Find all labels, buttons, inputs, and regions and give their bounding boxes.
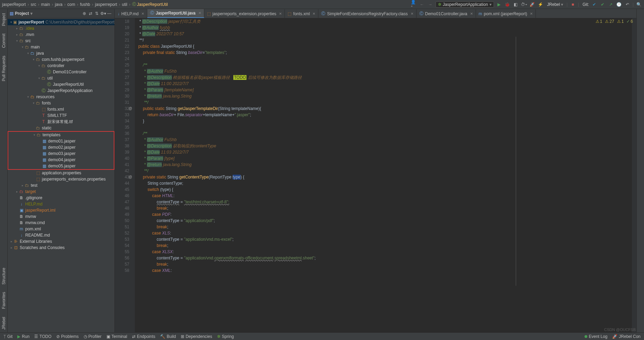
bc-item-class[interactable]: JasperReportUtil [137, 2, 168, 7]
close-icon[interactable]: ✕ [470, 12, 473, 16]
git-rollback-icon[interactable]: ↶ [624, 1, 631, 8]
close-icon[interactable]: ✕ [312, 12, 315, 16]
tree-folder-main[interactable]: ▾🗀main [8, 44, 114, 50]
tree-class-jru[interactable]: ⒸJasperReportUtil [8, 81, 114, 88]
run-config-selector[interactable]: ✲ JasperReportApplication ▾ [436, 1, 494, 8]
tree-folder-static[interactable]: 🗀static [8, 125, 114, 131]
tree-file-gitignore[interactable]: 🗎.gitignore [8, 195, 114, 201]
tree-file-simli[interactable]: TSIMLI.TTF [8, 112, 114, 119]
tree-file-fontsxml[interactable]: ⬚fonts.xml [8, 106, 114, 112]
tree-package[interactable]: ▾🗀com.fushb.jasperreport [8, 56, 114, 63]
tree-folder-idea[interactable]: ▸🗀.idea [8, 25, 114, 31]
tree-file-mvnw[interactable]: 🗎mvnw [8, 213, 114, 220]
editor-tab[interactable]: ↓HELP.md✕ [115, 9, 147, 18]
back-icon[interactable]: ← [419, 1, 425, 8]
toolwin-project[interactable]: Project [1, 10, 6, 29]
editor-tab[interactable]: mpom.xml (jasperReport)✕ [476, 9, 536, 18]
error-stripe[interactable] [632, 18, 636, 332]
bc-item[interactable]: main [41, 2, 50, 7]
editor-tab[interactable]: ⬚jasperreports_extension.properties✕ [204, 9, 285, 18]
git-commit-icon[interactable]: ✔ [599, 1, 606, 8]
stop-icon[interactable]: ■ [570, 1, 576, 8]
project-tree[interactable]: ▾▣jasperReportC:\Users\fushb\D\github\ja… [8, 18, 114, 332]
status-problems[interactable]: ⊘Problems [56, 334, 79, 339]
status-eventlog[interactable]: Event Log [585, 334, 607, 339]
close-icon[interactable]: ✕ [198, 11, 201, 15]
user-add-icon[interactable]: 👤⁺ [411, 1, 417, 8]
git-update-icon[interactable]: ✔ [591, 1, 597, 8]
close-icon[interactable]: ✕ [411, 12, 413, 16]
status-dependencies[interactable]: ⊞Dependencies [181, 334, 212, 339]
jr-rocket-icon[interactable]: 🚀 [529, 1, 535, 8]
search-icon[interactable]: 🔍 [636, 1, 642, 8]
close-icon[interactable]: ✕ [279, 12, 282, 16]
tree-file-help[interactable]: ↓HELP.md [8, 201, 114, 207]
tree-folder-resources[interactable]: ▾🗀resources [8, 94, 114, 100]
tree-file-iml[interactable]: ▣jasperReport.iml [8, 207, 114, 213]
tree-file-xst[interactable]: T新宋体常规.ttf [8, 119, 114, 125]
toolwin-structure[interactable]: Structure [1, 265, 6, 287]
status-build[interactable]: 🔨Build [160, 334, 176, 339]
profiler-icon[interactable]: ⏱▾ [521, 1, 527, 8]
tree-root[interactable]: ▾▣jasperReportC:\Users\fushb\D\github\ja… [8, 19, 114, 25]
tree-file-readme[interactable]: ↓README.md [8, 232, 114, 238]
toolwin-favorites[interactable]: Favorites [1, 289, 6, 312]
status-run[interactable]: ▶Run [17, 334, 29, 339]
close-icon[interactable]: ✕ [141, 12, 144, 16]
tree-file-pom[interactable]: mpom.xml [8, 226, 114, 232]
editor-tab[interactable]: ⒸSimpleFontExtensionsRegistryFactory.cla… [318, 9, 416, 18]
editor-tab[interactable]: ⒸJasperReportUtil.java✕ [147, 9, 204, 18]
tree-file-jasper[interactable]: ▦demo02.jasper [8, 144, 114, 150]
editor-tab[interactable]: ⒸDemo01Controller.java✕ [417, 9, 476, 18]
expand-icon[interactable]: ⇄ [87, 10, 94, 17]
tree-folder-util[interactable]: ▾🗀util [8, 75, 114, 81]
jrebel-dropdown[interactable]: JRebel▾ [546, 2, 564, 7]
tree-folder-fonts[interactable]: ▾🗀fonts [8, 100, 114, 106]
bc-item[interactable]: jasperReport [2, 2, 26, 7]
toolwin-commit[interactable]: Commit [1, 31, 6, 50]
tree-external-libs[interactable]: ▸⊪External Libraries [8, 238, 114, 245]
code-area[interactable]: * @Description jasper打印工具类 * @Author fus… [135, 18, 632, 332]
tree-folder-java[interactable]: ▾🗀java [8, 50, 114, 56]
collapse-icon[interactable]: ⇅ [94, 10, 100, 17]
run-icon[interactable]: ▶ [496, 1, 502, 8]
coverage-icon[interactable]: ◧ [513, 1, 519, 8]
tree-folder-test[interactable]: ▸🗀test [8, 182, 114, 189]
status-todo[interactable]: ☰TODO [34, 334, 51, 339]
bc-item[interactable]: src [31, 2, 36, 7]
close-icon[interactable]: ✕ [530, 12, 533, 16]
tree-file-jasper[interactable]: ▦demo03.jasper [8, 150, 114, 157]
jr-bolt-icon[interactable]: ⚡ [538, 1, 544, 8]
editor-tab[interactable]: ⬚fonts.xml✕ [285, 9, 318, 18]
bc-item[interactable]: java [55, 2, 63, 7]
inspection-summary[interactable]: ⚠1 ⚠27 ⚠1 ✓6 [596, 19, 633, 24]
bc-item[interactable]: util [122, 2, 127, 7]
bc-item[interactable]: jasperreport [95, 2, 117, 7]
chevron-down-icon[interactable]: ▾ [30, 11, 32, 16]
status-git[interactable]: ᛘGit [3, 334, 12, 339]
tree-folder-templates[interactable]: ▾🗀templates [8, 132, 114, 138]
tree-scratches[interactable]: ▸⊡Scratches and Consoles [8, 245, 114, 251]
tree-file-jasper[interactable]: ▦demo04.jasper [8, 157, 114, 163]
forward-icon[interactable]: → [427, 1, 433, 8]
toolwin-pull-requests[interactable]: Pull Requests [1, 53, 6, 84]
git-history-icon[interactable]: 🕐 [616, 1, 622, 8]
hide-icon[interactable]: — [106, 10, 112, 17]
status-endpoints[interactable]: ⇄Endpoints [132, 334, 155, 339]
bc-item[interactable]: com [67, 2, 75, 7]
status-spring[interactable]: ✲Spring [217, 334, 234, 339]
tree-file-appprops[interactable]: ⬚application.properties [8, 170, 114, 176]
tree-class-demo01[interactable]: ⒸDemo01Controller [8, 69, 114, 75]
tree-class-jra[interactable]: ⒸJasperReportApplication [8, 88, 114, 94]
tree-folder-mvn[interactable]: ▸🗀.mvn [8, 31, 114, 38]
locate-icon[interactable]: ⊕ [81, 10, 87, 17]
toolwin-jrebel[interactable]: JRebel [1, 314, 6, 332]
debug-icon[interactable]: 🐞 [504, 1, 511, 8]
tree-file-jrext[interactable]: ⬚jasperreports_extension.properties [8, 176, 114, 182]
bc-item[interactable]: fushb [80, 2, 90, 7]
tree-file-jasper[interactable]: ▦demo01.jasper [8, 138, 114, 144]
git-push-icon[interactable]: ↗ [608, 1, 614, 8]
tree-file-mvnwcmd[interactable]: 🗎mvnw.cmd [8, 220, 114, 226]
status-profiler[interactable]: ◷Profiler [84, 334, 102, 339]
status-jrebel-console[interactable]: 🚀JRebel Con [612, 334, 641, 339]
